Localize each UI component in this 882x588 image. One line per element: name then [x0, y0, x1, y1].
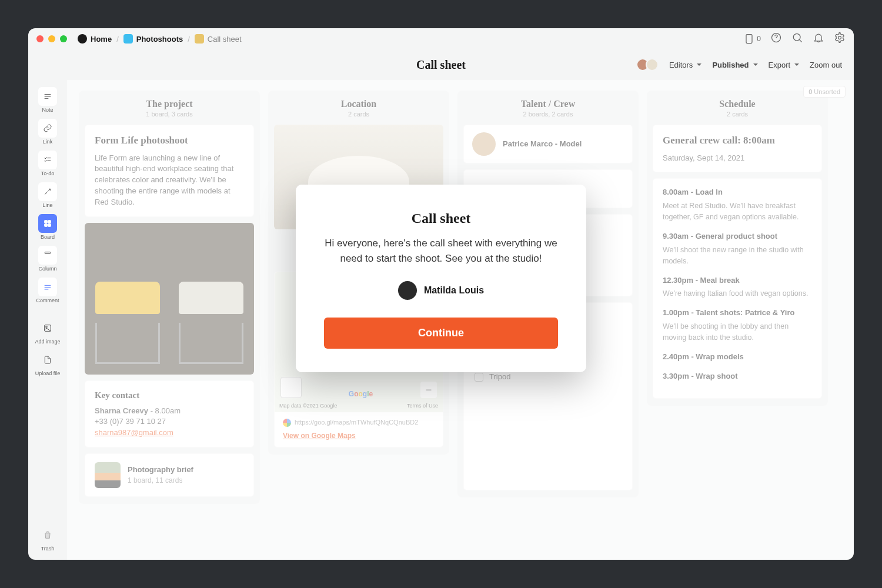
map-url: https://goo.gl/maps/mTWhufQNqCQnuBD2: [283, 418, 435, 427]
brief-board-card[interactable]: Photography brief1 board, 11 cards: [85, 453, 254, 497]
zoom-out-button[interactable]: Zoom out: [810, 61, 842, 69]
tool-add-image[interactable]: Add image: [28, 316, 67, 347]
editors-dropdown[interactable]: Editors: [669, 61, 701, 69]
window-controls[interactable]: [36, 35, 67, 42]
schedule-item: 2.40pm - Wrap models: [663, 352, 812, 363]
brief-thumb: [95, 462, 121, 488]
person-card[interactable]: Patrice Marco - Model: [463, 125, 633, 163]
svg-rect-8: [45, 252, 50, 254]
tool-board[interactable]: Board: [28, 212, 67, 242]
tool-column[interactable]: Column: [28, 243, 67, 274]
schedule-item: 9.30am - General product shootWe'll shoo…: [663, 231, 812, 267]
export-dropdown[interactable]: Export: [769, 61, 800, 69]
modal-body: Hi everyone, here's the call sheet with …: [324, 236, 558, 266]
svg-point-2: [793, 34, 800, 41]
schedule-list-card[interactable]: 8.00am - Load InMeet at Red Studio. We'l…: [653, 178, 822, 399]
close-dot[interactable]: [36, 35, 44, 42]
maximize-dot[interactable]: [60, 35, 67, 42]
svg-rect-5: [48, 220, 51, 223]
schedule-item: 3.30pm - Wrap shoot: [663, 371, 812, 382]
column-project[interactable]: The project1 board, 3 cards Form Life ph…: [79, 91, 260, 504]
tool-note[interactable]: Note: [28, 85, 67, 115]
avatar: [398, 281, 417, 300]
unsorted-badge[interactable]: 0 Unsorted: [803, 86, 846, 98]
tool-link[interactable]: Link: [28, 116, 67, 147]
published-dropdown[interactable]: Published: [712, 61, 757, 69]
tool-trash[interactable]: Trash: [28, 523, 67, 554]
welcome-modal: Call sheet Hi everyone, here's the call …: [296, 185, 586, 372]
inbox-count[interactable]: 0: [743, 33, 761, 45]
project-note-card[interactable]: Form Life photoshoot Life Form are launc…: [85, 125, 254, 217]
svg-rect-4: [45, 220, 48, 223]
breadcrumb: Home / Photoshoots / Call sheet: [78, 34, 242, 44]
crumb-photoshoots[interactable]: Photoshoots: [123, 34, 183, 44]
google-icon: [283, 419, 291, 427]
svg-rect-0: [746, 35, 752, 44]
tool-sidebar: Note Link To-do Line Board Column Commen…: [28, 80, 67, 560]
avatar: [472, 132, 496, 156]
map-link[interactable]: View on Google Maps: [283, 431, 435, 441]
contact-email-link[interactable]: sharna987@gmail.com: [95, 428, 173, 437]
svg-rect-6: [45, 224, 48, 227]
map-zoom-out[interactable]: −: [420, 382, 437, 398]
tool-todo[interactable]: To-do: [28, 148, 67, 179]
crumb-callsheet[interactable]: Call sheet: [195, 34, 242, 44]
schedule-item: 1.00pm - Talent shots: Patrice & YiroWe'…: [663, 308, 812, 343]
svg-point-3: [838, 36, 841, 39]
checkbox-icon[interactable]: [475, 373, 483, 382]
crumb-home[interactable]: Home: [78, 34, 112, 44]
svg-point-10: [46, 326, 48, 328]
schedule-item: 12.30pm - Meal breakWe're having Italian…: [663, 275, 812, 300]
map-layer-toggle[interactable]: [280, 377, 302, 398]
continue-button[interactable]: Continue: [324, 318, 558, 349]
gear-icon[interactable]: [834, 32, 846, 46]
help-icon[interactable]: [770, 32, 782, 46]
modal-title: Call sheet: [324, 211, 558, 226]
project-image[interactable]: [85, 223, 254, 375]
column-schedule[interactable]: Schedule2 cards General crew call: 8:00a…: [647, 91, 828, 406]
search-icon[interactable]: [791, 32, 803, 46]
schedule-item: 8.00am - Load InMeet at Red Studio. We'l…: [663, 187, 812, 223]
tool-comment[interactable]: Comment: [28, 275, 67, 306]
contact-card[interactable]: Key contact Sharna Creevy - 8.00am +33 (…: [85, 380, 254, 447]
schedule-heading-card[interactable]: General crew call: 8:00am Saturday, Sept…: [653, 125, 822, 172]
page-title: Call sheet: [416, 58, 466, 72]
modal-author: Matilda Louis: [324, 281, 558, 300]
tool-line[interactable]: Line: [28, 180, 67, 211]
minimize-dot[interactable]: [48, 35, 55, 42]
svg-rect-7: [48, 224, 51, 227]
editor-avatars[interactable]: [636, 58, 659, 71]
bell-icon[interactable]: [813, 32, 824, 46]
tool-upload-file[interactable]: Upload file: [28, 348, 67, 379]
